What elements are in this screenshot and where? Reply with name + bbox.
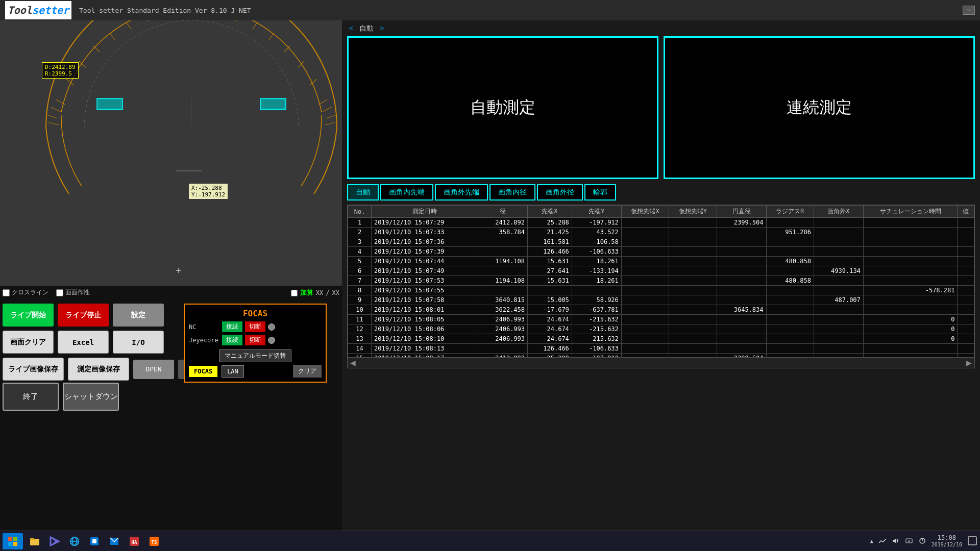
lan-button[interactable]: LAN [222, 365, 244, 378]
table-scroll[interactable]: No.測定日時径先端X先端Y仮想先端X仮想先端Y円直径ラジアスR画角外Xサチュレ… [347, 205, 975, 358]
table-row[interactable]: 142019/12/10 15:08:13126.466-106.633 [348, 344, 974, 354]
table-cell-7-0: 8 [348, 286, 372, 295]
meas-buttons: 自動画角内先端画角外先端画角内径画角外径輪郭 [347, 184, 975, 201]
meas-button-1[interactable]: 画角内先端 [380, 184, 433, 201]
nc-disconnect-button[interactable]: 切断 [245, 321, 265, 332]
table-cell-6-9 [814, 276, 863, 286]
file-explorer-icon[interactable] [26, 533, 44, 549]
table-row[interactable]: 82019/12/10 15:07:55-578.281 [348, 286, 974, 295]
continuous-meas-panel[interactable]: 連続測定 [664, 36, 975, 179]
next-mode-button[interactable]: ＞ [378, 23, 386, 34]
jeyecore-disconnect-button[interactable]: 切断 [245, 335, 265, 345]
prev-mode-button[interactable]: ＜ [347, 23, 355, 34]
table-row[interactable]: 12019/12/10 15:07:292412.89225.288-197.9… [348, 218, 974, 228]
meas-button-3[interactable]: 画角内径 [489, 184, 535, 201]
table-cell-3-8 [766, 247, 814, 257]
table-cell-12-10: 0 [863, 334, 958, 344]
focas-clear-button[interactable]: クリア [293, 365, 322, 378]
outlook-icon[interactable] [105, 533, 124, 549]
vs-icon[interactable] [45, 533, 64, 549]
crossline-control: クロスライン [3, 288, 48, 297]
manual-mode-button[interactable]: マニュアルモード切替 [219, 349, 291, 362]
meas-button-0[interactable]: 自動 [347, 184, 379, 201]
table-cell-10-11 [958, 315, 974, 324]
jeyecore-connect-button[interactable]: 接続 [222, 335, 242, 345]
live-start-button[interactable]: ライブ開始 [3, 304, 54, 327]
table-cell-0-7: 2399.504 [717, 218, 766, 228]
table-cell-0-1: 2019/12/10 15:07:29 [372, 218, 478, 228]
table-cell-2-10 [863, 237, 958, 247]
add-checkbox[interactable] [291, 290, 298, 296]
open-button[interactable]: OPEN [133, 360, 174, 379]
meas-button-2[interactable]: 画角外先端 [435, 184, 488, 201]
col-header-3: 先端X [528, 206, 572, 218]
ha-icon[interactable]: HA [125, 533, 143, 549]
live-stop-button[interactable]: ライブ停止 [58, 304, 109, 327]
col-header-8: ラジアスR [766, 206, 814, 218]
table-row[interactable]: 132019/12/10 15:08:102406.99324.674-215.… [348, 334, 974, 344]
table-cell-9-11 [958, 305, 974, 315]
table-cell-8-1: 2019/12/10 15:07:58 [372, 295, 478, 305]
table-cell-6-1: 2019/12/10 15:07:53 [372, 276, 478, 286]
start-button[interactable] [3, 533, 23, 549]
table-cell-1-0: 2 [348, 228, 372, 237]
excel-button[interactable]: Excel [58, 331, 109, 354]
table-row[interactable]: 92019/12/10 15:07:583640.81515.00558.926… [348, 295, 974, 305]
ie-icon[interactable] [65, 533, 84, 549]
table-cell-3-7 [717, 247, 766, 257]
table-row[interactable]: 72019/12/10 15:07:531194.10815.63118.261… [348, 276, 974, 286]
table-cell-13-7 [717, 344, 766, 354]
live-save-button[interactable]: ライブ画像保存 [3, 358, 64, 381]
table-cell-11-11 [958, 324, 974, 334]
table-scroll-left[interactable]: ◀ [350, 359, 356, 367]
table-row[interactable]: 22019/12/10 15:07:33358.78421.42543.5229… [348, 228, 974, 237]
face-edit-checkbox[interactable] [56, 289, 63, 296]
app-icon[interactable]: TS [145, 533, 163, 549]
shutdown-button[interactable]: シャットダウン [63, 383, 119, 411]
table-cell-8-11 [958, 295, 974, 305]
screen-clear-button[interactable]: 画面クリア [3, 331, 54, 354]
right-panel: ＜ 自動 ＞ 自動測定 連続測定 自動画角内先端画角外先端画角内径画角外径輪郭 … [342, 20, 980, 531]
table-row[interactable]: 152019/12/10 15:08:172412.89225.288-197.… [348, 354, 974, 358]
nc-connect-button[interactable]: 接続 [222, 321, 242, 332]
settings-button[interactable]: 設定 [113, 304, 164, 327]
table-cell-12-3: 24.674 [528, 334, 572, 344]
auto-meas-panel[interactable]: 自動測定 [347, 36, 658, 179]
table-cell-4-5 [621, 257, 669, 266]
meas-button-4[interactable]: 画角外径 [537, 184, 583, 201]
table-cell-4-9 [814, 257, 863, 266]
table-cell-11-9 [814, 324, 863, 334]
table-row[interactable]: 122019/12/10 15:08:062406.99324.674-215.… [348, 324, 974, 334]
table-row[interactable]: 52019/12/10 15:07:441194.10815.63118.261… [348, 257, 974, 266]
table-cell-13-9 [814, 344, 863, 354]
table-row[interactable]: 32019/12/10 15:07:36161.581-106.58 [348, 237, 974, 247]
table-scroll-right[interactable]: ▶ [966, 359, 972, 367]
io-button[interactable]: I/O [113, 331, 164, 354]
taskbar: HA TS ▲ A 15:08 2019/12/10 [0, 531, 980, 551]
table-cell-9-1: 2019/12/10 15:08:01 [372, 305, 478, 315]
sys-tray-up[interactable]: ▲ [870, 538, 873, 544]
meas-save-button[interactable]: 測定画像保存 [68, 358, 129, 381]
logo-tool: Tool [8, 4, 32, 16]
table-row[interactable]: 112019/12/10 15:08:052406.99324.674-215.… [348, 315, 974, 324]
face-edit-label: 面面作性 [65, 288, 90, 297]
table-cell-7-9 [814, 286, 863, 295]
svg-rect-45 [92, 539, 96, 543]
table-cell-1-1: 2019/12/10 15:07:33 [372, 228, 478, 237]
crossline-checkbox[interactable] [3, 289, 10, 296]
terminate-button[interactable]: 終了 [3, 383, 59, 411]
table-row[interactable]: 62019/12/10 15:07:4927.641-133.1944939.1… [348, 266, 974, 276]
minimize-button[interactable]: ─ [963, 6, 975, 15]
show-desktop-icon[interactable] [967, 536, 977, 546]
table-cell-11-8 [766, 324, 814, 334]
nc-label: NC [189, 323, 219, 331]
table-cell-0-4: -197.912 [572, 218, 621, 228]
table-row[interactable]: 42019/12/10 15:07:39126.466-106.633 [348, 247, 974, 257]
store-icon[interactable] [85, 533, 104, 549]
meas-button-5[interactable]: 輪郭 [584, 184, 616, 201]
table-cell-7-6 [669, 286, 717, 295]
table-cell-5-3: 27.641 [528, 266, 572, 276]
table-row[interactable]: 102019/12/10 15:08:013622.458-17.679-637… [348, 305, 974, 315]
table-cell-10-7 [717, 315, 766, 324]
focas-button[interactable]: FOCAS [189, 366, 217, 377]
